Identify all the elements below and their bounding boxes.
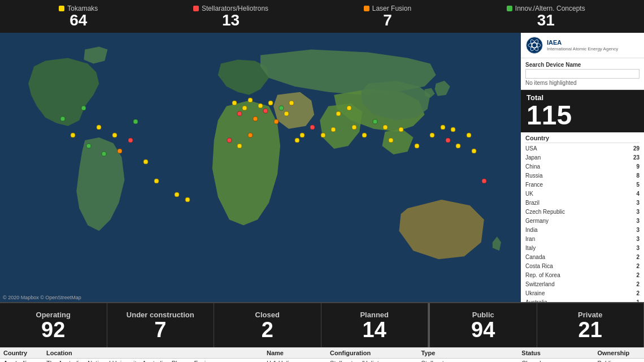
planned-value: 14: [363, 319, 386, 341]
under-construction-value: 7: [154, 319, 166, 341]
country-row: USA29: [525, 144, 639, 153]
country-count: 2: [628, 253, 639, 261]
col-type: Type: [417, 348, 518, 359]
search-label: Search Device Name: [525, 62, 639, 68]
country-row: Iran3: [525, 235, 639, 244]
country-count: 3: [628, 244, 639, 252]
country-row: Costa Rica2: [525, 262, 639, 271]
country-row: Rep. of Korea2: [525, 271, 639, 280]
iaea-name: IAEA: [547, 39, 618, 46]
country-row: Brazil3: [525, 199, 639, 208]
stellarators-legend: Stellarators/Heliotrons 13: [193, 5, 268, 28]
laser-fusion-count: 7: [383, 12, 392, 28]
country-count: 2: [628, 262, 639, 270]
country-name: Russia: [525, 172, 628, 180]
status-bar: Operating 92 Under construction 7 Closed…: [0, 302, 644, 347]
innov-concepts-dot: [507, 6, 512, 11]
country-name: India: [525, 226, 628, 234]
table-cell: H-1 Heliac: [263, 359, 327, 363]
table-cell: Stellarator: [417, 359, 518, 363]
iaea-subtitle: International Atomic Energy Agency: [547, 46, 618, 51]
country-count: 3: [628, 199, 639, 207]
planned-status: Planned 14: [321, 303, 429, 347]
closed-status: Closed 2: [214, 303, 321, 347]
table-cell: Closed: [518, 359, 594, 363]
table-header-row: Country Location Name Configuration Type…: [0, 348, 644, 359]
country-row: France5: [525, 180, 639, 189]
country-name: France: [525, 181, 628, 189]
country-count: 9: [628, 163, 639, 171]
country-row: India3: [525, 226, 639, 235]
country-list-header: Country: [525, 135, 639, 143]
iaea-logo-icon: [525, 36, 543, 54]
country-name: Costa Rica: [525, 262, 628, 270]
country-row: Czech Republic3: [525, 208, 639, 217]
country-row: Russia8: [525, 171, 639, 180]
laser-fusion-legend: Laser Fusion 7: [364, 5, 411, 28]
country-row: Germany3: [525, 217, 639, 226]
table-row: AustraliaThe Australian National Univers…: [0, 359, 644, 363]
country-row: Australia1: [525, 298, 639, 302]
country-row: Italy3: [525, 244, 639, 253]
country-name: Czech Republic: [525, 208, 628, 216]
svg-point-1: [526, 37, 543, 54]
country-name: Canada: [525, 253, 628, 261]
country-name: Ukraine: [525, 290, 628, 298]
col-status: Status: [518, 348, 594, 359]
country-count: 29: [628, 145, 639, 153]
table-cell: Public: [594, 359, 644, 363]
col-country: Country: [0, 348, 43, 359]
world-map[interactable]: © 2020 Mapbox © OpenStreetMap: [0, 33, 521, 302]
country-name: Italy: [525, 244, 628, 252]
country-row: UK4: [525, 189, 639, 199]
country-count: 3: [628, 235, 639, 243]
operating-status: Operating 92: [0, 303, 107, 347]
country-count: 2: [628, 272, 639, 279]
country-row: Japan23: [525, 153, 639, 162]
private-access: Private 21: [537, 303, 645, 347]
country-name: Brazil: [525, 199, 628, 207]
country-count: 3: [628, 208, 639, 216]
total-value: 115: [526, 102, 638, 129]
no-items-text: No items highlighted: [525, 80, 639, 86]
map-credit: © 2020 Mapbox © OpenStreetMap: [3, 295, 81, 300]
innov-concepts-count: 31: [537, 12, 555, 28]
country-count: 2: [628, 281, 639, 288]
closed-value: 2: [262, 319, 273, 341]
operating-value: 92: [41, 319, 65, 341]
country-name: USA: [525, 145, 628, 153]
table-cell: Australia: [0, 359, 43, 363]
country-name: Iran: [525, 235, 628, 243]
country-name: UK: [525, 190, 628, 198]
table-cell: The Australian National University, Aust…: [43, 359, 263, 363]
country-row: Canada2: [525, 253, 639, 262]
country-count: 3: [628, 217, 639, 225]
tokamaks-count: 64: [69, 12, 87, 28]
search-section: Search Device Name No items highlighted: [521, 58, 644, 90]
public-access: Public 94: [430, 303, 537, 347]
country-name: Germany: [525, 217, 628, 225]
iaea-header: IAEA International Atomic Energy Agency: [521, 33, 644, 58]
private-value: 21: [578, 319, 602, 341]
country-count: 23: [628, 154, 639, 162]
col-configuration: Configuration: [327, 348, 417, 359]
devices-table-area[interactable]: Country Location Name Configuration Type…: [0, 347, 644, 362]
under-construction-status: Under construction 7: [107, 303, 215, 347]
country-row: Ukraine2: [525, 289, 639, 298]
search-input[interactable]: [525, 69, 639, 79]
country-row: Switzerland2: [525, 280, 639, 289]
laser-fusion-dot: [364, 6, 369, 11]
col-location: Location: [43, 348, 263, 359]
country-list: Country USA29Japan23China9Russia8France5…: [521, 132, 644, 302]
country-name: Japan: [525, 154, 628, 162]
country-count: 2: [628, 290, 639, 298]
innov-concepts-legend: Innov./Altern. Concepts 31: [507, 5, 585, 28]
country-row: China9: [525, 162, 639, 171]
tokamaks-dot: [59, 6, 64, 11]
country-count: 8: [628, 172, 639, 180]
tokamaks-legend: Tokamaks 64: [59, 5, 98, 28]
col-name: Name: [263, 348, 327, 359]
table-cell: Stellarators/Heliotrons: [327, 359, 417, 363]
stellarators-dot: [193, 6, 199, 11]
country-count: 3: [628, 226, 639, 234]
